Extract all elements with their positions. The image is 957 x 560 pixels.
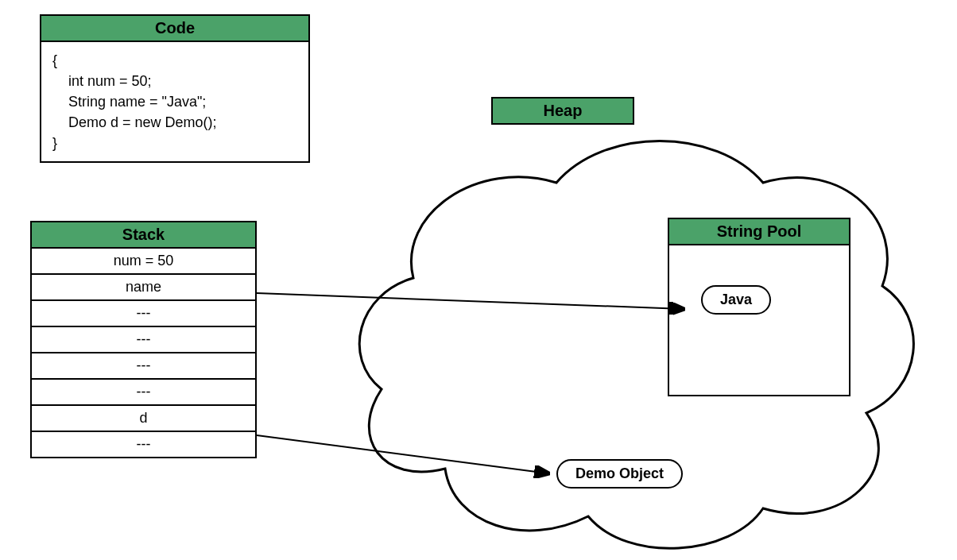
string-pool-box: String Pool Java — [668, 218, 850, 396]
string-pool-title: String Pool — [668, 218, 850, 245]
stack-row: name — [30, 275, 257, 301]
stack-row: d — [30, 406, 257, 432]
stack-row: --- — [30, 432, 257, 458]
string-pool-value: Java — [701, 285, 771, 315]
demo-object: Demo Object — [556, 459, 683, 489]
stack-row: num = 50 — [30, 249, 257, 275]
code-box: Code { int num = 50; String name = "Java… — [40, 14, 310, 163]
stack-box: Stack num = 50 name --- --- --- --- d --… — [30, 221, 257, 458]
stack-row: --- — [30, 353, 257, 380]
stack-row: --- — [30, 380, 257, 406]
stack-row: --- — [30, 327, 257, 353]
code-title: Code — [40, 14, 310, 42]
stack-title: Stack — [30, 221, 257, 249]
string-pool-body: Java — [668, 245, 850, 396]
stack-row: --- — [30, 301, 257, 327]
code-body: { int num = 50; String name = "Java"; De… — [40, 42, 310, 163]
